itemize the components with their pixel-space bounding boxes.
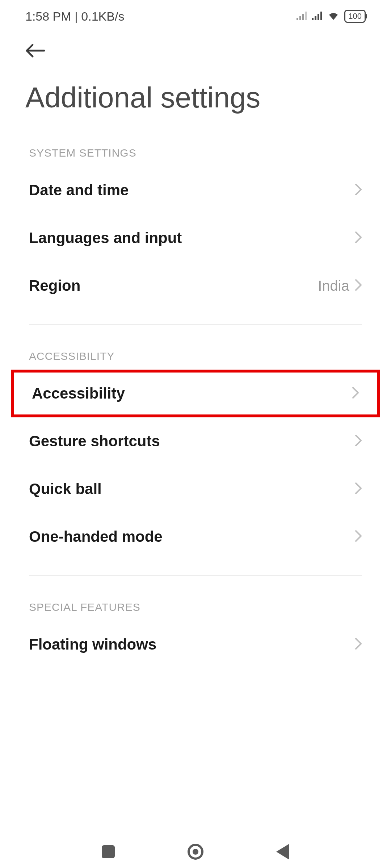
divider bbox=[29, 324, 362, 325]
svg-rect-1 bbox=[299, 16, 301, 20]
status-time: 1:58 PM bbox=[25, 9, 71, 23]
settings-item-one-handed-mode[interactable]: One-handed mode bbox=[0, 513, 391, 561]
svg-rect-7 bbox=[320, 12, 322, 20]
svg-rect-2 bbox=[302, 14, 304, 20]
chevron-right-icon bbox=[355, 279, 362, 293]
chevron-right-icon bbox=[355, 183, 362, 197]
settings-item-value: India bbox=[318, 278, 349, 294]
back-arrow-icon bbox=[25, 43, 46, 58]
settings-item-label: Gesture shortcuts bbox=[29, 433, 160, 450]
settings-item-floating-windows[interactable]: Floating windows bbox=[0, 621, 391, 668]
signal-icon-1 bbox=[297, 11, 307, 22]
wifi-icon bbox=[327, 10, 340, 22]
settings-item-quick-ball[interactable]: Quick ball bbox=[0, 465, 391, 513]
section-header-system: SYSTEM SETTINGS bbox=[0, 136, 391, 166]
settings-item-label: Languages and input bbox=[29, 229, 182, 247]
settings-item-label: One-handed mode bbox=[29, 528, 163, 545]
svg-rect-6 bbox=[318, 14, 319, 20]
settings-item-date-time[interactable]: Date and time bbox=[0, 166, 391, 214]
status-bar: 1:58 PM | 0.1KB/s 100 bbox=[0, 0, 391, 33]
chevron-right-icon bbox=[352, 387, 359, 400]
settings-item-label: Accessibility bbox=[32, 385, 125, 402]
chevron-right-icon bbox=[355, 638, 362, 651]
chevron-right-icon bbox=[355, 530, 362, 544]
page-title: Additional settings bbox=[0, 67, 391, 136]
svg-rect-5 bbox=[315, 16, 316, 20]
status-time-network: 1:58 PM | 0.1KB/s bbox=[25, 9, 124, 24]
navigation-bar bbox=[0, 835, 391, 868]
svg-rect-3 bbox=[305, 12, 307, 20]
section-header-special-features: SPECIAL FEATURES bbox=[0, 590, 391, 621]
status-network-speed: 0.1KB/s bbox=[81, 9, 124, 23]
settings-item-region[interactable]: Region India bbox=[0, 262, 391, 310]
status-icons: 100 bbox=[297, 10, 366, 23]
settings-item-accessibility[interactable]: Accessibility bbox=[11, 370, 380, 417]
nav-home-icon[interactable] bbox=[188, 844, 203, 860]
svg-rect-0 bbox=[297, 18, 298, 20]
settings-item-label: Date and time bbox=[29, 182, 129, 199]
settings-item-label: Floating windows bbox=[29, 636, 156, 653]
divider bbox=[29, 575, 362, 576]
settings-item-gesture-shortcuts[interactable]: Gesture shortcuts bbox=[0, 417, 391, 465]
svg-rect-4 bbox=[312, 18, 314, 20]
chevron-right-icon bbox=[355, 231, 362, 245]
chevron-right-icon bbox=[355, 482, 362, 496]
nav-back-icon[interactable] bbox=[276, 844, 289, 860]
battery-level: 100 bbox=[348, 12, 362, 21]
battery-icon: 100 bbox=[344, 10, 366, 23]
chevron-right-icon bbox=[355, 434, 362, 448]
status-separator: | bbox=[71, 9, 81, 23]
settings-item-languages[interactable]: Languages and input bbox=[0, 214, 391, 262]
settings-item-label: Region bbox=[29, 277, 80, 294]
section-header-accessibility: ACCESSIBILITY bbox=[0, 339, 391, 370]
nav-recent-apps-icon[interactable] bbox=[102, 845, 115, 858]
back-button[interactable] bbox=[0, 33, 391, 67]
settings-item-label: Quick ball bbox=[29, 480, 102, 498]
signal-icon-2 bbox=[312, 11, 323, 22]
